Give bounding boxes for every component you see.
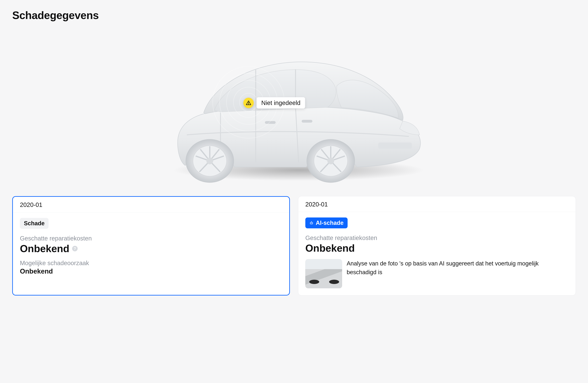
page-title: Schadegegevens — [12, 9, 576, 22]
damage-card-date: 2020-01 — [13, 197, 289, 212]
damage-chip-label: Schade — [24, 220, 44, 227]
damage-chip: Schade — [20, 218, 48, 229]
svg-rect-3 — [378, 142, 412, 149]
ai-damage-chip: AI-schade — [305, 218, 348, 228]
warning-triangle-icon[interactable] — [243, 98, 254, 108]
damage-card-date: 2020-01 — [298, 196, 576, 212]
repair-cost-value: Onbekend — [20, 243, 69, 254]
damage-card[interactable]: 2020-01 AI-schade Geschatte reparatiekos… — [298, 196, 576, 295]
repair-cost-label: Geschatte reparatiekosten — [305, 234, 568, 241]
svg-rect-26 — [310, 222, 313, 224]
svg-point-27 — [311, 223, 311, 223]
help-icon[interactable]: ? — [72, 246, 78, 251]
svg-point-25 — [248, 104, 249, 104]
svg-point-28 — [312, 223, 312, 223]
repair-cost-label: Geschatte reparatiekosten — [20, 235, 282, 242]
hotspot-label[interactable]: Niet ingedeeld — [256, 97, 305, 109]
repair-cost-value: Onbekend — [305, 242, 355, 254]
svg-point-13 — [206, 158, 213, 164]
svg-rect-2 — [302, 120, 312, 123]
ai-analysis-text: Analyse van de foto 's op basis van AI s… — [347, 259, 568, 277]
svg-point-23 — [327, 158, 334, 164]
damage-cause-label: Mogelijke schadeoorzaak — [20, 260, 282, 267]
car-illustration-stage: Niet ingedeeld — [12, 28, 576, 193]
ai-damage-chip-label: AI-schade — [316, 220, 344, 226]
damage-cause-value: Onbekend — [20, 268, 282, 275]
damage-card[interactable]: 2020-01 Schade Geschatte reparatiekosten… — [12, 196, 290, 295]
car-illustration — [148, 35, 440, 185]
robot-icon — [309, 221, 314, 225]
damage-photo-thumbnail[interactable] — [305, 259, 342, 288]
svg-point-30 — [311, 221, 312, 222]
damage-cards: 2020-01 Schade Geschatte reparatiekosten… — [12, 196, 576, 295]
svg-rect-1 — [265, 121, 276, 124]
